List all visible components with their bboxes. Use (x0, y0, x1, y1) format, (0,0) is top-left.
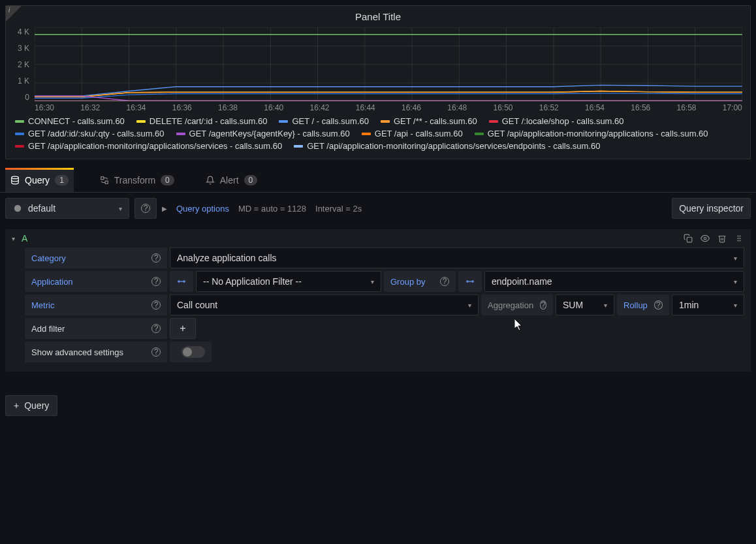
x-tick: 16:42 (310, 103, 330, 112)
svg-point-24 (14, 205, 22, 212)
legend-item[interactable]: GET / - calls.sum.60 (279, 115, 369, 127)
query-options-label: Query options (176, 204, 229, 214)
eye-icon[interactable] (700, 233, 710, 244)
chevron-down-icon: ▾ (604, 302, 607, 309)
help-icon[interactable]: ? (540, 300, 546, 310)
help-icon[interactable]: ? (151, 253, 161, 263)
query-body: Category ? Analyze application calls ▾ A… (5, 248, 751, 372)
svg-rect-22 (101, 177, 104, 180)
svg-point-31 (738, 240, 739, 242)
legend-label: GET / - calls.sum.60 (292, 116, 369, 126)
query-letter[interactable]: A (22, 233, 27, 244)
svg-point-26 (704, 237, 706, 240)
x-tick: 16:36 (172, 103, 192, 112)
select-aggregation[interactable]: SUM ▾ (556, 295, 614, 315)
select-metric[interactable]: Call count ▾ (170, 295, 479, 315)
datasource-picker[interactable]: default ▾ (5, 198, 129, 219)
help-icon[interactable]: ? (440, 277, 449, 286)
legend-item[interactable]: GET /api/application-monitoring/applicat… (294, 140, 600, 152)
duplicate-icon[interactable] (683, 233, 693, 244)
chart-plot-area[interactable] (35, 27, 742, 101)
legend-label: GET /api/application-monitoring/applicat… (28, 141, 282, 151)
x-tick: 16:40 (264, 103, 283, 112)
tab-alert[interactable]: Alert 0 (200, 168, 262, 192)
toggle-advanced[interactable] (181, 346, 205, 358)
help-icon[interactable]: ? (151, 300, 161, 310)
query-inspector-button[interactable]: Query inspector (672, 198, 751, 219)
y-tick: 2 K (11, 60, 32, 69)
legend-label: CONNECT - calls.sum.60 (28, 116, 125, 126)
query-inspector-label: Query inspector (679, 203, 744, 214)
help-icon[interactable]: ? (151, 277, 161, 286)
svg-point-21 (12, 176, 19, 179)
database-icon (10, 176, 20, 185)
chevron-down-icon: ▾ (734, 278, 737, 285)
tab-transform-badge: 0 (161, 175, 174, 185)
legend-swatch (362, 133, 371, 135)
trash-icon[interactable] (717, 233, 727, 244)
select-category[interactable]: Analyze application calls ▾ (170, 248, 744, 268)
y-tick: 1 K (11, 76, 32, 86)
add-filter-button[interactable]: + (170, 318, 196, 339)
chevron-down-icon: ▾ (734, 255, 737, 262)
x-tick: 16:48 (447, 103, 467, 112)
plus-icon: + (180, 323, 185, 334)
legend-item[interactable]: GET /:locale/shop - calls.sum.60 (489, 115, 624, 127)
datasource-help-button[interactable]: ? (134, 198, 157, 219)
x-tick: 16:56 (631, 103, 650, 112)
info-icon[interactable]: i (8, 7, 10, 14)
chevron-down-icon[interactable]: ▾ (12, 235, 15, 242)
svg-rect-25 (687, 237, 692, 242)
x-tick: 16:34 (127, 103, 146, 112)
app-link-icon[interactable] (170, 271, 193, 292)
legend-swatch (176, 133, 185, 135)
x-axis: 16:3016:3216:3416:3616:3816:4016:4216:44… (35, 103, 742, 112)
legend-item[interactable]: GET /api/application-monitoring/applicat… (475, 127, 708, 140)
legend-label: GET /api/application-monitoring/applicat… (307, 141, 600, 151)
legend-item[interactable]: GET /api - calls.sum.60 (362, 127, 463, 140)
legend-item[interactable]: GET /add/:id/:sku/:qty - calls.sum.60 (15, 127, 165, 140)
label-groupby: Group by ? (384, 271, 456, 292)
tab-query[interactable]: Query 1 (5, 168, 74, 192)
query-options-row[interactable]: ▶ Query options MD = auto = 1128 Interva… (162, 204, 362, 214)
x-tick: 16:52 (539, 103, 559, 112)
select-groupby[interactable]: endpoint.name ▾ (484, 271, 744, 292)
query-header[interactable]: ▾ A (5, 229, 751, 248)
legend-item[interactable]: GET /** - calls.sum.60 (381, 115, 477, 127)
svg-rect-23 (105, 181, 108, 184)
x-tick: 16:30 (35, 103, 54, 112)
y-tick: 0 (11, 93, 32, 102)
add-query-label: Query (24, 400, 49, 411)
panel-title: Panel Title (6, 6, 750, 27)
x-tick: 16:38 (218, 103, 238, 112)
help-icon[interactable]: ? (151, 347, 161, 357)
svg-point-27 (738, 236, 739, 237)
label-category: Category ? (25, 248, 167, 268)
select-application[interactable]: -- No Application Filter -- ▾ (196, 271, 381, 292)
help-icon[interactable]: ? (654, 300, 663, 310)
drag-handle-icon[interactable] (734, 233, 744, 244)
tab-transform[interactable]: Transform 0 (95, 168, 180, 192)
legend-item[interactable]: GET /api/application-monitoring/applicat… (15, 140, 282, 152)
interval-info: Interval = 2s (315, 204, 362, 214)
label-metric: Metric ? (25, 295, 167, 315)
tab-transform-label: Transform (114, 175, 155, 185)
x-tick: 17:00 (723, 103, 742, 112)
row-category: Category ? Analyze application calls ▾ (25, 248, 744, 268)
legend-item[interactable]: CONNECT - calls.sum.60 (15, 115, 125, 127)
legend-swatch (489, 120, 498, 123)
legend-label: GET /agentKeys/{agentKey} - calls.sum.60 (189, 129, 350, 138)
label-aggregation: Aggregation ? (481, 295, 553, 315)
select-rollup[interactable]: 1min ▾ (672, 295, 744, 315)
chevron-down-icon: ▾ (119, 205, 122, 212)
legend-swatch (294, 145, 303, 148)
legend-item[interactable]: GET /agentKeys/{agentKey} - calls.sum.60 (176, 127, 350, 140)
chevron-down-icon: ▾ (468, 302, 471, 309)
svg-point-30 (740, 238, 741, 239)
legend-item[interactable]: DELETE /cart/:id - calls.sum.60 (136, 115, 268, 127)
groupby-link-icon[interactable] (458, 271, 482, 292)
row-add-filter: Add filter ? + (25, 318, 744, 339)
add-query-button[interactable]: + Query (5, 395, 57, 416)
metric-value: Call count (177, 300, 217, 310)
help-icon[interactable]: ? (151, 324, 161, 333)
